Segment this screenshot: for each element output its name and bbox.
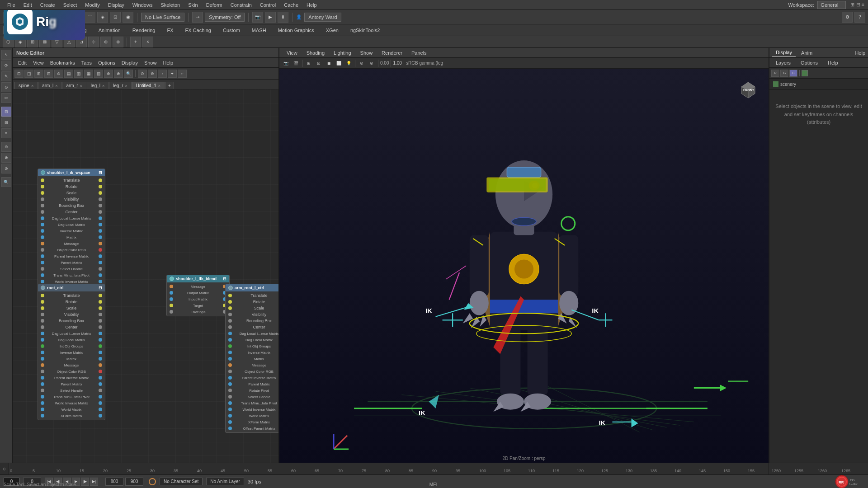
sh-port-rotate-in[interactable] — [41, 185, 44, 188]
vp-btn-wire[interactable]: ⊡ — [314, 59, 323, 67]
sh-port-msg-in[interactable] — [41, 242, 44, 245]
sh-port-parentinv-in[interactable] — [41, 254, 44, 258]
vp-btn-camera[interactable]: 📷 — [281, 59, 290, 67]
sculpt-tool[interactable]: ⊙ — [1, 82, 11, 92]
ne-tab-untitled-close[interactable]: × — [158, 84, 160, 88]
uv-tool[interactable]: ⊞ — [1, 117, 11, 127]
rc-port-msg-out[interactable] — [99, 363, 102, 367]
sh-port-sh-out[interactable] — [99, 267, 102, 271]
ar-port-mat-in[interactable] — [228, 357, 232, 361]
channels-tab-anim[interactable]: Anim — [797, 49, 816, 56]
rc-port-tm-out[interactable] — [99, 395, 102, 399]
rc-port-iog-out[interactable] — [99, 344, 102, 348]
rc-port-daglim-out[interactable] — [99, 332, 102, 335]
viewport-3d[interactable]: IK IK IK IK — [279, 69, 769, 463]
ar-port-trans-in[interactable] — [228, 294, 232, 297]
rc-port-rotate-out[interactable] — [99, 300, 102, 304]
sh-port-sh-in[interactable] — [41, 267, 44, 271]
rc-port-sh-in[interactable] — [41, 389, 44, 392]
select-tool[interactable]: ↖ — [1, 50, 11, 60]
sh-port-rotate-out[interactable] — [99, 185, 102, 188]
ch-sub-help[interactable]: Help — [824, 59, 842, 66]
ar-port-rotate-in[interactable] — [228, 300, 232, 304]
ch-sub-layers[interactable]: Layers — [772, 59, 794, 66]
pivot-tool[interactable]: ⊕ — [1, 142, 11, 152]
rc-port-center-out[interactable] — [99, 325, 102, 329]
layer-item-scenery[interactable]: scenery — [771, 80, 866, 88]
rc-port-objcolor-in[interactable] — [41, 370, 44, 373]
ne-tool-rig[interactable]: ⊙ — [138, 70, 147, 78]
constraint-tool[interactable]: ⊘ — [1, 164, 11, 174]
module-tab-ngskin[interactable]: ngSkinTools2 — [345, 26, 385, 34]
ne-tool-4[interactable]: ⊟ — [44, 70, 53, 78]
transport-step-fwd[interactable]: |▶ — [81, 478, 89, 486]
menu-file[interactable]: File — [4, 1, 19, 9]
rc-port-parentinv-out[interactable] — [99, 376, 102, 380]
sh-port-tm-out[interactable] — [99, 273, 102, 277]
ar-port-xm-in[interactable] — [228, 420, 232, 424]
ne-menu-bookmarks[interactable]: Bookmarks — [47, 59, 78, 66]
vp-btn-texture[interactable]: ⬜ — [334, 59, 343, 67]
sh-port-scale-out[interactable] — [99, 191, 102, 195]
root-ctrl-collapse[interactable]: ⊟ — [99, 286, 102, 290]
menu-modify[interactable]: Modify — [81, 1, 103, 9]
ne-tool-8[interactable]: ▦ — [84, 70, 93, 78]
rc-port-rotate-in[interactable] — [41, 300, 44, 304]
ne-tool-ctrl[interactable]: ⊛ — [148, 70, 157, 78]
rc-port-mat-in[interactable] — [41, 357, 44, 361]
sh-port-bbox-out[interactable] — [99, 204, 102, 207]
vp-menu-panels[interactable]: Panels — [408, 49, 430, 56]
vp-menu-view[interactable]: View — [283, 49, 301, 56]
ar-port-msg-in[interactable] — [228, 363, 232, 367]
rc-port-msg-in[interactable] — [41, 363, 44, 367]
lasso-tool[interactable]: ⟳ — [1, 61, 11, 70]
channels-tab-display[interactable]: Display — [772, 49, 796, 57]
user-btn[interactable]: Antony Ward — [304, 13, 341, 22]
sh-port-objcolor-out[interactable] — [99, 248, 102, 252]
rc-port-parentinv-in[interactable] — [41, 376, 44, 380]
ne-menu-view[interactable]: View — [30, 59, 47, 66]
sh-port-mat-out[interactable] — [99, 235, 102, 239]
ne-tab-leg-l-close[interactable]: × — [102, 84, 104, 88]
snap-curve-btn[interactable]: ⌒ — [85, 12, 95, 23]
vp-menu-show[interactable]: Show — [357, 49, 377, 56]
rc-port-center-in[interactable] — [41, 325, 44, 329]
vp-btn-xray[interactable]: ⊙ — [357, 59, 366, 67]
vp-btn-light[interactable]: 💡 — [344, 59, 353, 67]
rc-port-iog-in[interactable] — [41, 344, 44, 348]
ne-tool-3[interactable]: ⊞ — [34, 70, 43, 78]
rc-port-vis-out[interactable] — [99, 313, 102, 316]
ne-tool-2[interactable]: ◫ — [24, 70, 33, 78]
channels-help[interactable]: Help — [855, 50, 865, 56]
no-live-surface-btn[interactable]: No Live Surface — [141, 13, 184, 22]
ar-port-wm-in[interactable] — [228, 414, 232, 418]
rc-port-xm-in[interactable] — [41, 414, 44, 418]
ar-port-iog-in[interactable] — [228, 344, 232, 348]
shortcut-btn-8[interactable]: ⊹ — [88, 37, 99, 47]
transport-skip-fwd[interactable]: ▶| — [90, 478, 98, 486]
ch-btn-1[interactable]: R — [771, 70, 779, 77]
module-tab-fxcaching[interactable]: FX Caching — [179, 26, 216, 34]
menu-windows[interactable]: Windows — [129, 1, 156, 9]
ne-tab-spine[interactable]: spine × — [14, 82, 38, 89]
snap-point-btn[interactable]: ◈ — [97, 12, 108, 23]
rc-port-xm-out[interactable] — [99, 414, 102, 418]
vp-btn-smooth[interactable]: ◼ — [324, 59, 333, 67]
ar-port-objcolor-in[interactable] — [228, 370, 232, 373]
range-start-input[interactable] — [105, 478, 123, 486]
menu-display[interactable]: Display — [104, 1, 128, 9]
rc-port-wi-out[interactable] — [99, 401, 102, 405]
vp-btn-film[interactable]: 🎬 — [291, 59, 300, 67]
ne-tab-leg-l[interactable]: leg_l × — [87, 82, 108, 89]
rc-port-scale-in[interactable] — [41, 306, 44, 310]
ne-tab-leg-r-close[interactable]: × — [125, 84, 127, 88]
rc-port-daglm-in[interactable] — [41, 338, 44, 342]
ne-tool-9[interactable]: ▧ — [94, 70, 103, 78]
menu-constrain[interactable]: Constrain — [227, 1, 255, 9]
ar-port-vis-in[interactable] — [228, 313, 232, 316]
ne-menu-options[interactable]: Options — [95, 59, 118, 66]
sh-port-parentmat-in[interactable] — [41, 261, 44, 264]
ne-tab-arm-r-close[interactable]: × — [80, 84, 82, 88]
ch-btn-2[interactable]: G — [780, 70, 788, 77]
ne-tool-10[interactable]: ⊕ — [104, 70, 113, 78]
